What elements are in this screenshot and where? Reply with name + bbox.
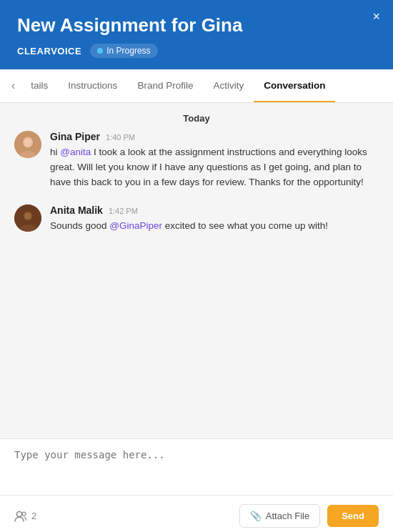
text-after-mention: I took a look at the assignment instruct… — [50, 147, 367, 187]
paperclip-icon: 📎 — [250, 511, 262, 521]
tab-conversation[interactable]: Conversation — [254, 70, 335, 102]
svg-point-7 — [25, 212, 31, 219]
mention-tag[interactable]: @anita — [60, 147, 91, 157]
text-before-mention: Sounds good — [50, 220, 109, 231]
svg-point-9 — [22, 512, 26, 516]
message-input-area — [0, 438, 393, 495]
participants-number: 2 — [31, 511, 36, 521]
avatar-gina — [14, 131, 41, 158]
message-row: Anita Malik 1:42 PM Sounds good @GinaPip… — [14, 205, 379, 234]
footer: 2 📎 Attach File Send — [0, 495, 393, 532]
text-after-mention: excited to see what you come up with! — [162, 220, 328, 231]
message-time: 1:42 PM — [109, 207, 138, 215]
tab-activity[interactable]: Activity — [203, 70, 254, 102]
brand-name: CLEARVOICE — [17, 46, 81, 56]
message-header: Anita Malik 1:42 PM — [50, 205, 379, 216]
tab-instructions[interactable]: Instructions — [58, 70, 127, 102]
date-divider: Today — [0, 103, 393, 131]
participants-icon — [14, 511, 27, 522]
message-text: Sounds good @GinaPiper excited to see wh… — [50, 219, 379, 234]
modal-header: × New Assignment for Gina CLEARVOICE In … — [0, 0, 393, 69]
send-button[interactable]: Send — [327, 505, 379, 527]
status-badge: In Progress — [90, 44, 157, 58]
text-before-mention: hi — [50, 147, 60, 157]
tab-brand-profile[interactable]: Brand Profile — [127, 70, 203, 102]
message-input[interactable] — [14, 449, 379, 485]
close-button[interactable]: × — [372, 10, 380, 23]
status-dot-icon — [97, 48, 103, 54]
messages-area: Gina Piper 1:40 PM hi @anita I took a lo… — [0, 131, 393, 438]
message-text: hi @anita I took a look at the assignmen… — [50, 145, 379, 190]
participants-count: 2 — [14, 511, 36, 522]
attach-label: Attach File — [266, 511, 309, 521]
attach-file-button[interactable]: 📎 Attach File — [239, 504, 320, 528]
tab-tails[interactable]: tails — [21, 70, 58, 102]
message-author: Anita Malik — [50, 205, 103, 216]
tab-bar: ‹ tails Instructions Brand Profile Activ… — [0, 69, 393, 103]
header-meta: CLEARVOICE In Progress — [17, 44, 376, 58]
message-content: Gina Piper 1:40 PM hi @anita I took a lo… — [50, 131, 379, 190]
message-content: Anita Malik 1:42 PM Sounds good @GinaPip… — [50, 205, 379, 234]
message-header: Gina Piper 1:40 PM — [50, 131, 379, 142]
message-author: Gina Piper — [50, 131, 100, 142]
message-row: Gina Piper 1:40 PM hi @anita I took a lo… — [14, 131, 379, 190]
tab-back-button[interactable]: ‹ — [6, 69, 21, 102]
avatar-anita — [14, 205, 41, 232]
page-title: New Assignment for Gina — [17, 14, 376, 36]
status-text: In Progress — [106, 46, 150, 56]
mention-tag[interactable]: @GinaPiper — [109, 220, 162, 231]
footer-actions: 📎 Attach File Send — [239, 504, 379, 528]
svg-point-3 — [24, 139, 32, 147]
svg-point-8 — [17, 511, 22, 516]
message-time: 1:40 PM — [106, 133, 135, 142]
